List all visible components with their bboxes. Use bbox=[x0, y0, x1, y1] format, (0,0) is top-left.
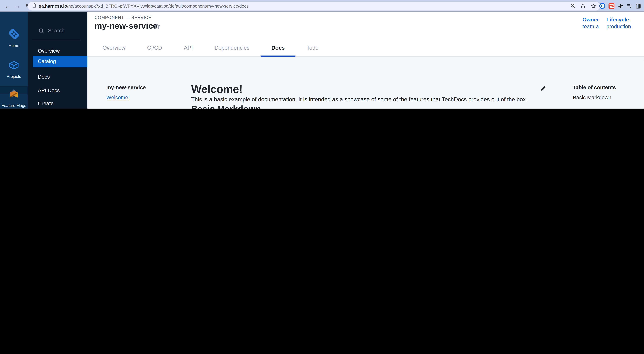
forward-icon[interactable]: → bbox=[14, 2, 22, 10]
search-icon bbox=[39, 28, 44, 33]
rail-item-projects[interactable]: Projects bbox=[0, 60, 28, 79]
onepassword-extension-icon[interactable] bbox=[599, 3, 605, 9]
harness-home-icon bbox=[8, 29, 20, 40]
module-rail: Home Projects Feature Flags $ bbox=[0, 12, 28, 109]
tab-todo[interactable]: Todo bbox=[296, 40, 329, 57]
rail-item-feature-flags[interactable]: Feature Flags bbox=[0, 91, 28, 108]
doc-title: Welcome! bbox=[191, 83, 544, 96]
breadcrumb: COMPONENT — SERVICE bbox=[94, 15, 152, 20]
tab-api[interactable]: API bbox=[173, 40, 204, 57]
playlist-icon[interactable] bbox=[626, 3, 632, 9]
sidebar-item-api-docs[interactable]: API Docs bbox=[28, 85, 87, 96]
tab-cicd[interactable]: CI/CD bbox=[136, 40, 173, 57]
lock-icon bbox=[33, 5, 36, 8]
docs-content: my-new-service Welcome! Welcome! This is… bbox=[88, 57, 644, 109]
tab-docs[interactable]: Docs bbox=[260, 40, 296, 57]
owner-block: Owner team-a bbox=[582, 17, 599, 30]
screen: ← → ↻ qa.harness.io/ng/account/px7xd_BFR… bbox=[0, 0, 644, 109]
search-placeholder: Search bbox=[48, 28, 64, 34]
bookmark-star-icon[interactable] bbox=[590, 3, 596, 9]
todoist-extension-icon[interactable] bbox=[608, 3, 614, 9]
feature-flags-icon bbox=[9, 91, 19, 99]
tab-overview[interactable]: Overview bbox=[92, 40, 136, 57]
share-icon[interactable] bbox=[580, 3, 586, 9]
active-tab-indicator bbox=[260, 56, 296, 57]
back-icon[interactable]: ← bbox=[3, 2, 12, 10]
page-title: my-new-service bbox=[94, 21, 158, 31]
toc-item-basic-markdown[interactable]: Basic Markdown bbox=[573, 95, 616, 101]
address-bar[interactable]: qa.harness.io/ng/account/px7xd_BFRCi-pfW… bbox=[28, 2, 600, 10]
projects-icon bbox=[8, 60, 19, 70]
sidebar-item-overview[interactable]: Overview bbox=[28, 45, 87, 57]
sidebar-toggle-icon[interactable] bbox=[635, 3, 641, 9]
docs-nav-title: my-new-service bbox=[106, 85, 146, 91]
sidebar-search[interactable]: Search bbox=[39, 28, 64, 34]
edit-pencil-icon[interactable] bbox=[540, 85, 546, 91]
idp-sidebar: Search Overview Catalog Docs API Docs Cr… bbox=[28, 12, 87, 109]
owner-value[interactable]: team-a bbox=[582, 24, 599, 30]
owner-label: Owner bbox=[582, 17, 599, 23]
doc-article: Welcome! This is a basic example of docu… bbox=[191, 57, 544, 109]
lifecycle-label: Lifecycle bbox=[606, 17, 631, 23]
extensions-puzzle-icon[interactable] bbox=[618, 3, 623, 9]
sidebar-item-create[interactable]: Create bbox=[28, 98, 87, 109]
lifecycle-value: production bbox=[606, 24, 631, 30]
section-basic-markdown: Basic Markdown bbox=[191, 104, 544, 109]
sidebar-item-catalog[interactable]: Catalog bbox=[33, 56, 87, 67]
docs-nav: my-new-service Welcome! bbox=[106, 85, 146, 101]
lifecycle-block: Lifecycle production bbox=[606, 17, 631, 30]
doc-intro: This is a basic example of documentation… bbox=[191, 96, 544, 104]
entity-meta: Owner team-a Lifecycle production bbox=[582, 17, 631, 30]
toc-title: Table of contents bbox=[573, 85, 616, 91]
entity-header: COMPONENT — SERVICE my-new-service Owner… bbox=[88, 12, 644, 57]
browser-toolbar: ← → ↻ qa.harness.io/ng/account/px7xd_BFR… bbox=[0, 0, 644, 12]
zoom-icon[interactable] bbox=[570, 3, 576, 9]
tab-dependencies[interactable]: Dependencies bbox=[204, 40, 260, 57]
entity-tabs: Overview CI/CD API Dependencies Docs Tod… bbox=[92, 40, 329, 57]
table-of-contents: Table of contents Basic Markdown bbox=[573, 85, 616, 101]
docs-nav-link-welcome[interactable]: Welcome! bbox=[106, 95, 130, 101]
favorite-star-icon[interactable] bbox=[154, 23, 160, 29]
url-text[interactable]: qa.harness.io/ng/account/px7xd_BFRCi-pfW… bbox=[39, 3, 248, 8]
sidebar-item-docs[interactable]: Docs bbox=[28, 72, 87, 83]
rail-item-home[interactable]: Home bbox=[0, 29, 28, 48]
